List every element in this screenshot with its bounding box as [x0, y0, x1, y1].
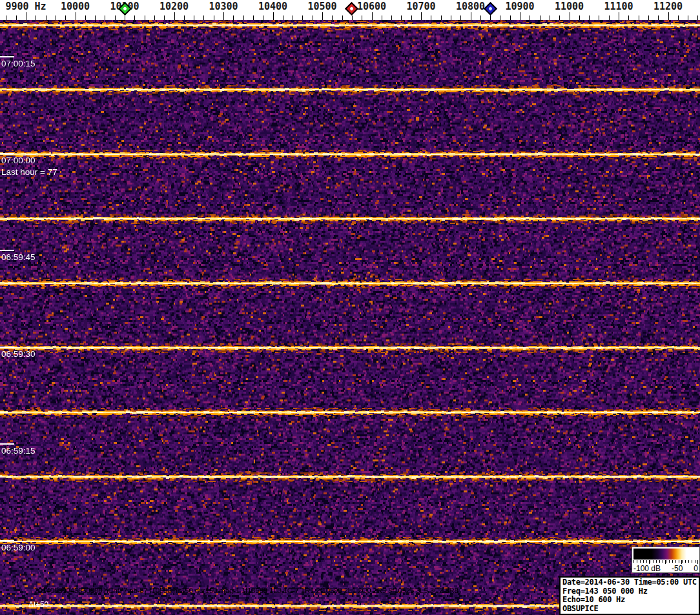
freq-minor-tick	[134, 15, 135, 20]
observation-info-box: Date=2014-06-30 Time=05:00 UTC Freq=143 …	[559, 576, 700, 615]
freq-minor-tick	[599, 15, 599, 20]
freq-minor-tick	[342, 15, 343, 20]
time-tick-label: 07:00:00	[1, 156, 36, 165]
freq-major-tick	[471, 12, 471, 20]
freq-minor-tick	[510, 15, 511, 20]
freq-minor-tick	[302, 15, 303, 20]
freq-major-tick	[570, 12, 570, 20]
time-tick	[0, 540, 14, 541]
freq-major-tick	[668, 12, 669, 20]
time-tick	[0, 153, 14, 154]
time-tick	[0, 443, 14, 445]
freq-minor-tick	[658, 15, 659, 20]
freq-major-tick	[322, 12, 323, 20]
freq-minor-tick	[441, 15, 442, 20]
color-scale-mid-label: -50	[672, 564, 683, 573]
freq-tick-label: 10600	[357, 1, 386, 12]
freq-major-tick	[372, 12, 373, 20]
freq-minor-tick	[411, 15, 412, 20]
freq-minor-tick	[589, 15, 590, 20]
freq-major-tick	[174, 12, 175, 20]
freq-tick-label: 11000	[555, 1, 584, 12]
freq-minor-tick	[293, 15, 293, 20]
freq-major-tick	[223, 12, 224, 20]
info-frequency: Freq=143 050 000 Hz	[562, 587, 697, 596]
freq-minor-tick	[313, 15, 313, 20]
freq-minor-tick	[46, 15, 46, 20]
time-tick-label: 06:59:00	[1, 543, 36, 552]
freq-minor-tick	[263, 15, 263, 20]
freq-minor-tick	[490, 15, 491, 20]
freq-minor-tick	[401, 15, 402, 20]
freq-tick-label: 10400	[258, 1, 287, 12]
freq-minor-tick	[579, 15, 580, 20]
freq-minor-tick	[16, 15, 17, 20]
freq-major-tick	[421, 12, 422, 20]
freq-minor-tick	[214, 15, 214, 20]
freq-minor-tick	[460, 15, 461, 20]
freq-minor-tick	[283, 15, 283, 20]
time-tick-label: 06:59:45	[1, 252, 36, 262]
freq-minor-tick	[609, 15, 610, 20]
freq-minor-tick	[164, 15, 165, 20]
freq-minor-tick	[115, 15, 116, 20]
freq-major-tick	[520, 12, 520, 20]
freq-major-tick	[26, 12, 26, 20]
freq-tick-label: 10700	[406, 1, 435, 12]
freq-tick-label: 10800	[456, 1, 485, 12]
info-echo: Echo=10 600 Hz	[562, 596, 697, 605]
freq-minor-tick	[154, 15, 155, 20]
freq-minor-tick	[332, 15, 333, 20]
freq-minor-tick	[6, 15, 6, 20]
freq-minor-tick	[639, 15, 639, 20]
frequency-axis: 9900 Hz100001010010200103001040010500106…	[0, 0, 700, 20]
freq-major-tick	[76, 12, 76, 20]
freq-minor-tick	[203, 15, 204, 20]
blue-diamond-marker-icon	[483, 2, 497, 15]
freq-minor-tick	[382, 15, 382, 20]
freq-minor-tick	[145, 15, 145, 20]
freq-minor-tick	[85, 15, 86, 20]
time-tick-label: 07:00:15	[1, 59, 36, 68]
freq-minor-tick	[36, 15, 36, 20]
color-scale-labels: -100 dB -50 0	[633, 564, 698, 573]
color-scale-max-label: 0	[694, 564, 698, 573]
spectrogram-canvas	[0, 20, 700, 615]
time-tick	[0, 347, 14, 348]
freq-minor-tick	[56, 15, 56, 20]
freq-tick-label: 9900 Hz	[5, 1, 46, 12]
freq-minor-tick	[105, 15, 105, 20]
last-hour-count-label: Last hour = 77	[1, 167, 57, 177]
freq-minor-tick	[184, 15, 185, 20]
freq-minor-tick	[697, 15, 698, 20]
freq-minor-tick	[688, 15, 688, 20]
freq-minor-tick	[500, 15, 500, 20]
freq-minor-tick	[648, 15, 649, 20]
freq-major-tick	[273, 12, 274, 20]
freq-minor-tick	[352, 15, 353, 20]
freq-minor-tick	[550, 15, 550, 20]
freq-minor-tick	[65, 15, 66, 20]
delta-t-label: Δt±50	[28, 600, 48, 609]
freq-major-tick	[619, 12, 619, 20]
freq-minor-tick	[194, 15, 194, 20]
time-tick-label: 06:59:30	[1, 349, 36, 359]
freq-tick-label: 10200	[160, 1, 189, 12]
color-scale-min-label: -100 dB	[633, 564, 661, 573]
freq-tick-label: 10300	[209, 1, 238, 12]
marker-center-dot	[349, 6, 354, 11]
time-tick-label: 06:59:15	[1, 446, 36, 456]
freq-minor-tick	[233, 15, 234, 20]
freq-tick-label: 10500	[307, 1, 336, 12]
freq-tick-label: 10900	[505, 1, 534, 12]
color-scale-gradient	[633, 549, 698, 560]
freq-minor-tick	[243, 15, 244, 20]
time-tick	[0, 56, 14, 57]
freq-minor-tick	[540, 15, 540, 20]
freq-minor-tick	[362, 15, 362, 20]
freq-minor-tick	[391, 15, 392, 20]
freq-tick-label: 11200	[654, 1, 683, 12]
freq-minor-tick	[628, 15, 629, 20]
marker-center-dot	[488, 6, 493, 11]
info-station: OBSUPICE	[562, 605, 697, 614]
